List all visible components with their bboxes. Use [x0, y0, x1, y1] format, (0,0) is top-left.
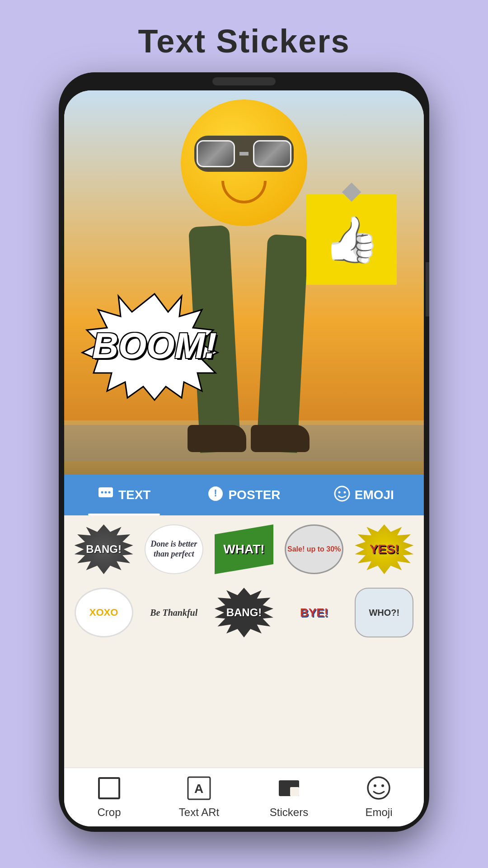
- text-art-label: Text ARt: [179, 806, 219, 819]
- phone-top-bar: [59, 72, 429, 90]
- emoji-tab-label: EMOJI: [355, 488, 394, 502]
- svg-text:!: !: [214, 487, 217, 499]
- sticker-sale[interactable]: Sale! up to 30%: [285, 524, 343, 574]
- sticker-grid: BANG! Done is better than perfect WHAT! …: [64, 515, 424, 653]
- stickers-label: Stickers: [270, 806, 308, 819]
- stickers-icon: [277, 776, 301, 802]
- emoji-button[interactable]: Emoji: [334, 776, 424, 819]
- svg-rect-10: [99, 778, 119, 798]
- phone-frame: BOOM! 👍: [59, 72, 429, 832]
- svg-point-18: [381, 784, 384, 787]
- svg-text:A: A: [194, 782, 203, 796]
- phone-screen: BOOM! 👍: [64, 90, 424, 826]
- tab-text[interactable]: TEXT: [64, 475, 184, 515]
- sticker-bang2[interactable]: BANG!: [215, 588, 273, 637]
- sticker-row-2: XOXO Be Thankful BANG! BYE! WHO?!: [69, 588, 419, 637]
- sticker-done[interactable]: Done is better than perfect: [145, 524, 203, 574]
- boom-sticker[interactable]: BOOM!: [78, 289, 231, 402]
- svg-point-3: [104, 491, 107, 493]
- svg-line-11: [99, 778, 119, 798]
- text-art-icon: A: [187, 776, 211, 802]
- boom-text: BOOM!: [92, 325, 217, 367]
- text-tab-icon: [98, 486, 114, 505]
- photo-canvas[interactable]: BOOM! 👍: [64, 90, 424, 475]
- bottom-toolbar: Crop A Text ARt: [64, 768, 424, 826]
- sticker-yes[interactable]: YES!: [355, 524, 413, 574]
- tab-emoji[interactable]: EMOJI: [304, 475, 424, 515]
- emoji-tab-icon: [334, 486, 350, 505]
- page-title: Text Stickers: [0, 0, 488, 73]
- page-background: Text Stickers: [0, 0, 488, 868]
- svg-point-4: [108, 491, 110, 493]
- text-tab-label: TEXT: [118, 488, 151, 502]
- thumbsup-sticker[interactable]: 👍: [306, 194, 397, 285]
- svg-point-17: [374, 784, 376, 787]
- phone-side-button: [426, 262, 429, 316]
- svg-rect-15: [290, 787, 299, 796]
- svg-point-16: [368, 777, 389, 799]
- poster-tab-icon: !: [207, 486, 224, 505]
- sticker-who[interactable]: WHO?!: [355, 588, 413, 637]
- tool-bar: TEXT ! POSTER: [64, 475, 424, 515]
- svg-point-9: [343, 491, 346, 493]
- crop-button[interactable]: Crop: [64, 776, 154, 819]
- sticker-xoxo[interactable]: XOXO: [75, 588, 133, 637]
- text-art-button[interactable]: A Text ARt: [154, 776, 244, 819]
- svg-point-8: [338, 491, 340, 493]
- emoji-tool-label: Emoji: [365, 806, 392, 819]
- sticker-bang1[interactable]: BANG!: [75, 524, 133, 574]
- sticker-what[interactable]: WHAT!: [215, 524, 273, 574]
- phone-speaker: [212, 77, 276, 85]
- sticker-row-1: BANG! Done is better than perfect WHAT! …: [69, 524, 419, 574]
- stickers-button[interactable]: Stickers: [244, 776, 334, 819]
- crop-icon: [97, 776, 122, 802]
- sticker-thankful[interactable]: Be Thankful: [145, 588, 203, 637]
- crop-label: Crop: [97, 806, 121, 819]
- svg-point-2: [101, 491, 103, 493]
- sticker-bye[interactable]: BYE!: [285, 588, 343, 637]
- svg-point-7: [335, 486, 349, 501]
- emoji-face-sticker[interactable]: [181, 99, 307, 226]
- emoji-tool-icon: [366, 776, 391, 802]
- poster-tab-label: POSTER: [228, 488, 280, 502]
- tab-poster[interactable]: ! POSTER: [184, 475, 304, 515]
